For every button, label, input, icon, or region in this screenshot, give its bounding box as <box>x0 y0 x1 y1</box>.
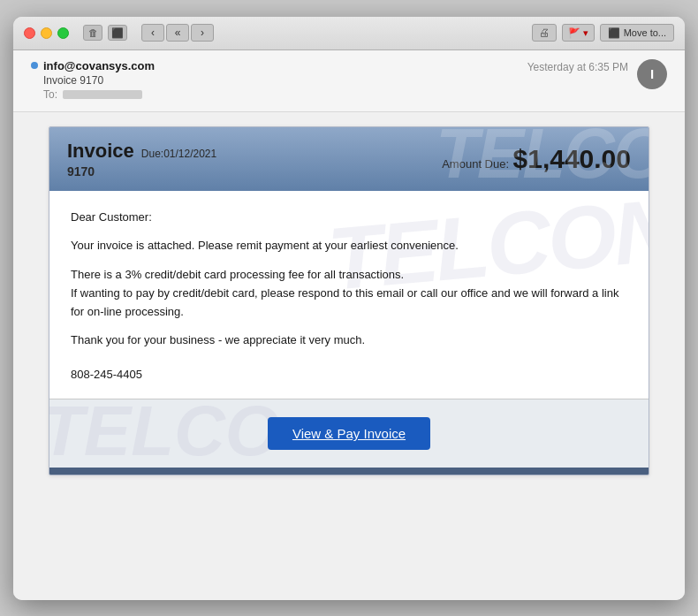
invoice-footer-bar <box>49 468 649 475</box>
invoice-number: 9170 <box>67 164 216 179</box>
invoice-amount: Amount Due: $1,440.00 <box>442 144 631 174</box>
greeting: Dear Customer: <box>71 209 627 227</box>
amount-value: $1,440.00 <box>513 144 631 173</box>
sender-email: info@covansys.com <box>43 59 155 72</box>
minimize-button[interactable] <box>41 27 52 39</box>
forward-button[interactable]: › <box>191 24 214 42</box>
email-content: Invoice Due:01/12/2021 9170 Amount Due: … <box>49 126 649 586</box>
invoice-phone: 808-245-4405 <box>71 368 627 381</box>
avatar: I <box>637 59 667 89</box>
email-body: Invoice Due:01/12/2021 9170 Amount Due: … <box>13 112 685 600</box>
moveto-label: Move to... <box>624 27 666 38</box>
sender-info: info@covansys.com Invoice 9170 To: <box>31 59 155 101</box>
flag-button[interactable]: 🚩 ▾ <box>562 24 595 42</box>
body-line3: Thank you for your business - we appreci… <box>71 331 627 350</box>
email-subject: Invoice 9170 <box>31 74 155 87</box>
amount-label: Amount Due: <box>442 157 509 171</box>
invoice-due-date: Due:01/12/2021 <box>141 148 216 160</box>
titlebar: 🗑 ⬛ ‹ « › 🖨 🚩 ▾ ⬛ Move to... <box>13 17 685 50</box>
close-button[interactable] <box>24 27 35 39</box>
to-label: To: <box>43 88 57 101</box>
invoice-title-row: Invoice Due:01/12/2021 <box>67 140 216 163</box>
maximize-button[interactable] <box>57 27 69 39</box>
print-button[interactable]: 🖨 <box>532 24 557 42</box>
invoice-cta: TELCO View & Pay Invoice <box>49 399 649 468</box>
invoice-header-left: Invoice Due:01/12/2021 9170 <box>67 140 216 179</box>
sender-line: info@covansys.com <box>31 59 155 72</box>
flag-dropdown-icon: ▾ <box>583 27 588 39</box>
traffic-lights <box>24 27 69 39</box>
back-button[interactable]: ‹ <box>141 24 164 42</box>
back-back-button[interactable]: « <box>166 24 189 42</box>
moveto-button[interactable]: ⬛ Move to... <box>600 24 674 42</box>
meta-right: Yesterday at 6:35 PM I <box>527 59 667 89</box>
email-window: 🗑 ⬛ ‹ « › 🖨 🚩 ▾ ⬛ Move to... i <box>13 17 685 600</box>
view-pay-invoice-button[interactable]: View & Pay Invoice <box>268 417 430 450</box>
unread-indicator <box>31 62 38 69</box>
toolbar-icons: 🗑 ⬛ <box>83 25 127 41</box>
flag-icon: 🚩 <box>568 27 580 39</box>
cta-watermark: TELCO <box>49 399 280 468</box>
invoice-header: Invoice Due:01/12/2021 9170 Amount Due: … <box>49 127 649 191</box>
email-meta: info@covansys.com Invoice 9170 To: Yeste… <box>13 50 685 112</box>
body-line1: Your invoice is attached. Please remit p… <box>71 237 627 255</box>
nav-buttons: ‹ « › <box>141 24 214 42</box>
invoice-title: Invoice <box>67 140 134 163</box>
invoice-body: TELCON Dear Customer: Your invoice is at… <box>49 191 649 399</box>
titlebar-right: 🖨 🚩 ▾ ⬛ Move to... <box>532 24 674 42</box>
recipient-redacted <box>63 90 142 99</box>
email-timestamp: Yesterday at 6:35 PM <box>527 61 628 73</box>
trash-icon[interactable]: 🗑 <box>83 25 102 41</box>
invoice-body-text: Dear Customer: Your invoice is attached.… <box>71 209 627 351</box>
to-line: To: <box>31 88 155 101</box>
moveto-icon: ⬛ <box>608 27 620 39</box>
email-meta-row: info@covansys.com Invoice 9170 To: Yeste… <box>31 59 667 101</box>
invoice-card: Invoice Due:01/12/2021 9170 Amount Due: … <box>49 126 649 476</box>
archive-icon[interactable]: ⬛ <box>108 25 127 41</box>
body-line2: There is a 3% credit/debit card processi… <box>71 266 627 321</box>
